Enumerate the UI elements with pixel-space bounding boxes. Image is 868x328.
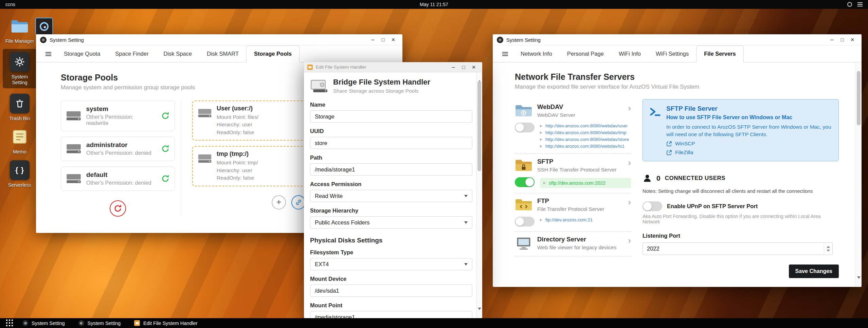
path-input[interactable] xyxy=(310,163,472,176)
upnp-description: Aka Auto Port Forwarding. Disable this o… xyxy=(643,214,839,224)
name-input[interactable] xyxy=(310,110,472,123)
mount-point-input[interactable] xyxy=(310,311,472,318)
server-name: SFTP xyxy=(537,158,623,165)
server-header[interactable]: FTP File Transfer Protocol Server xyxy=(515,197,631,213)
close-button[interactable] xyxy=(469,63,479,71)
tab-wifi-info[interactable]: WiFi Info xyxy=(611,45,648,62)
tab-file-servers[interactable]: File Servers xyxy=(696,45,744,62)
webdav-link[interactable]: http://dev.arozos.com:8080/webdav/tmp xyxy=(540,130,631,135)
scrollbar-thumb[interactable] xyxy=(857,71,861,125)
number-stepper[interactable] xyxy=(824,243,832,254)
menu-icon[interactable] xyxy=(497,45,513,62)
chevron-down-icon xyxy=(464,221,468,224)
mount-device-input[interactable] xyxy=(310,285,472,297)
taskbar-item-edit-file-system-handler[interactable]: Edit File System Handler xyxy=(127,318,204,328)
sftp-toggle[interactable] xyxy=(515,177,535,187)
minimize-button[interactable] xyxy=(827,37,837,43)
storage-hierarchy-select[interactable]: Public Access Folders xyxy=(310,216,472,229)
scroll-down-icon[interactable] xyxy=(857,276,861,285)
window-titlebar[interactable]: Edit File System Handler xyxy=(304,62,482,72)
drive-icon xyxy=(66,173,82,184)
webdav-link[interactable]: http://dev.arozos.com:8080/webdav/store xyxy=(540,137,631,142)
app-launcher-button[interactable] xyxy=(3,318,16,328)
taskbar-item-system-setting-2[interactable]: System Setting xyxy=(72,318,128,328)
ftp-toggle[interactable] xyxy=(515,217,535,226)
tab-network-info[interactable]: Network Info xyxy=(513,45,560,62)
status-circle-icon[interactable] xyxy=(847,2,852,7)
webdav-link[interactable]: http://dev.arozos.com:8080/webdav/user xyxy=(540,123,631,128)
pool-permission: Other's Permission: denied xyxy=(86,150,151,156)
bridge-link-button[interactable] xyxy=(291,195,306,209)
tab-disk-space[interactable]: Disk Space xyxy=(156,45,199,62)
close-button[interactable] xyxy=(388,36,398,43)
window-titlebar[interactable]: System Setting xyxy=(493,34,862,45)
gear-icon xyxy=(78,320,84,326)
chevron-right-icon[interactable] xyxy=(628,103,631,113)
tab-space-finder[interactable]: Space Finder xyxy=(108,45,156,62)
pool-card-system[interactable]: system Other's Permission: readwrite xyxy=(61,101,175,131)
desktop-icon-memo[interactable]: Memo xyxy=(3,127,37,155)
client-link-winscp[interactable]: WinSCP xyxy=(666,141,832,147)
desktop-icon-serverless[interactable]: Serverless xyxy=(3,160,37,188)
minimize-button[interactable] xyxy=(368,37,378,43)
filesystem-type-select[interactable]: EXT4 xyxy=(310,258,472,270)
close-button[interactable] xyxy=(847,36,857,43)
tab-wifi-settings[interactable]: WiFi Settings xyxy=(648,45,696,62)
maximize-button[interactable] xyxy=(378,37,388,43)
sync-icon[interactable] xyxy=(161,111,170,120)
tab-storage-pools[interactable]: Storage Pools xyxy=(246,45,300,62)
ftp-link[interactable]: ftp://dev.arozos.com:21 xyxy=(540,217,631,222)
tab-personal-page[interactable]: Personal Page xyxy=(560,45,611,62)
refresh-pools-button[interactable] xyxy=(110,200,126,217)
server-header[interactable]: Directory Server Web file viewer for leg… xyxy=(515,236,631,251)
chevron-right-icon[interactable] xyxy=(628,158,631,167)
sync-icon[interactable] xyxy=(161,174,170,183)
stepper-up-icon[interactable] xyxy=(827,246,830,248)
desktop-icon-selected-shortcut[interactable] xyxy=(35,18,53,35)
taskbar-item-system-setting-1[interactable]: System Setting xyxy=(16,318,72,328)
chevron-right-icon[interactable] xyxy=(628,197,631,207)
pool-card-default[interactable]: default Other's Permission: denied xyxy=(61,166,175,191)
pool-card-administrator[interactable]: administrator Other's Permission: denied xyxy=(61,136,175,161)
desktop-icon-label: Memo xyxy=(13,149,26,155)
access-permission-select[interactable]: Read Write xyxy=(310,190,472,202)
desktop-icon-system-setting[interactable]: System Setting xyxy=(3,49,37,88)
stepper-down-icon[interactable] xyxy=(827,250,830,252)
menu-icon[interactable] xyxy=(857,2,863,6)
minimize-button[interactable] xyxy=(448,64,458,70)
server-header[interactable]: SFTP SSH File Transfer Protocol Server xyxy=(515,158,631,173)
scroll-down-icon[interactable] xyxy=(478,308,481,316)
sftp-link[interactable]: sftp://dev.arozos.com:2022 xyxy=(540,178,631,188)
bridge-card-tmp[interactable]: tmp (tmp:/) Mount Point: tmp/ Hierarchy:… xyxy=(192,146,307,186)
window-title: System Setting xyxy=(50,37,84,43)
add-handler-button[interactable] xyxy=(272,195,286,209)
server-name: WebDAV xyxy=(537,103,623,111)
desktop-icon-label: File Manager xyxy=(5,38,34,44)
server-card-ftp: FTP File Transfer Protocol Server ftp://… xyxy=(515,193,631,232)
webdav-link[interactable]: http://dev.arozos.com:8080/webdav/ls1 xyxy=(540,144,631,149)
upnp-toggle[interactable] xyxy=(643,201,662,211)
maximize-button[interactable] xyxy=(458,64,469,70)
window-titlebar[interactable]: System Setting xyxy=(36,34,402,45)
menu-icon[interactable] xyxy=(40,45,56,62)
bridge-card-user[interactable]: User (user:/) Mount Point: files/ Hierar… xyxy=(192,101,307,141)
desktop-icon-file-manager[interactable]: File Manager xyxy=(3,16,37,44)
tab-disk-smart[interactable]: Disk SMART xyxy=(199,45,246,62)
scrollbar-thumb[interactable] xyxy=(477,81,481,171)
client-link-filezilla[interactable]: FileZilla xyxy=(666,149,832,156)
pool-permission: Other's Permission: denied xyxy=(86,180,151,186)
sync-icon[interactable] xyxy=(161,144,170,153)
desktop-icon-trash-bin[interactable]: Trash Bin xyxy=(3,94,37,122)
handler-icon xyxy=(307,65,313,70)
uuid-input[interactable] xyxy=(310,137,472,149)
maximize-button[interactable] xyxy=(837,37,847,43)
webdav-toggle[interactable] xyxy=(515,123,535,132)
server-header[interactable]: WebDAV WebDAV Server xyxy=(515,103,631,119)
tab-storage-quota[interactable]: Storage Quota xyxy=(56,45,108,62)
window-scrollbar[interactable] xyxy=(855,63,862,287)
save-changes-button[interactable]: Save Changes xyxy=(789,265,839,278)
listening-port-input[interactable] xyxy=(643,243,832,255)
window-scrollbar[interactable] xyxy=(476,72,482,318)
gear-icon xyxy=(22,320,28,326)
chevron-right-icon[interactable] xyxy=(628,236,631,245)
